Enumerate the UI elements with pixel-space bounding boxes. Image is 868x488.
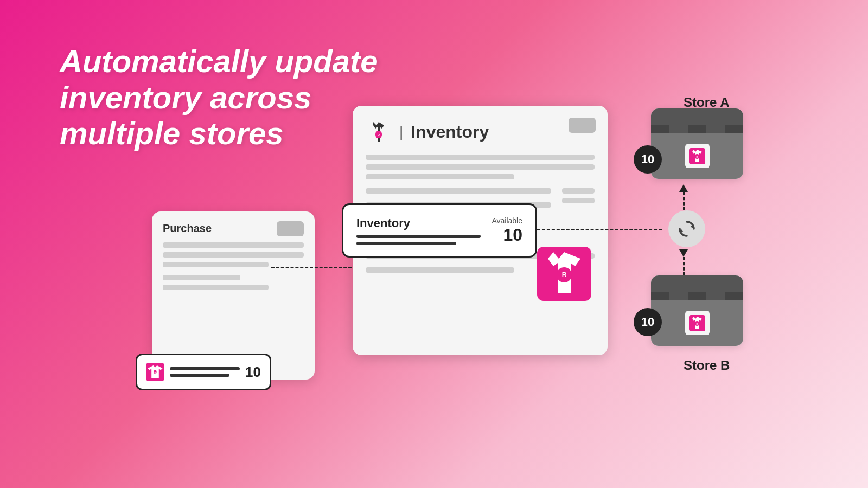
line [163,242,304,248]
store-a-front: R [651,133,743,179]
store-b-window: R [685,311,710,335]
store-a-roof [651,108,743,133]
dotted-line-purchase-to-inventory [271,267,352,268]
inventory-card-button[interactable] [569,118,596,133]
inv-tshirt-icon: R [537,247,591,303]
purchase-highlight: R 10 [136,354,271,390]
inv-hl-line [356,235,481,238]
line [163,262,269,267]
purchase-line [170,367,240,370]
store-b-label: Store B [684,358,730,373]
store-b-tshirt-icon: R [689,315,705,331]
store-a-card: R [651,108,743,179]
purchase-line [170,374,229,377]
svg-text:R: R [562,271,567,279]
inv-line [366,267,514,273]
inv-side-line [562,198,595,203]
inventory-highlight: Inventory Available 10 [342,203,537,258]
line [163,275,240,280]
separator: | [399,123,403,140]
headline-line1: Automatically update inventory across [60,43,378,115]
store-b-roof [651,275,743,300]
purchase-card-lines [163,242,304,267]
inv-line [366,155,595,160]
inventory-card-title: Inventory [411,122,489,142]
available-label: Available [492,216,522,225]
svg-text:R: R [697,323,698,325]
line [163,285,269,290]
tshirt-icon: R [146,363,164,381]
svg-text:R: R [154,371,156,374]
sync-icon-circle [668,210,705,247]
arrow-down-store-b [679,249,688,257]
purchase-lines [170,367,240,377]
store-a-tshirt-icon: R [689,148,705,164]
svg-text:R: R [697,156,698,158]
headline: Automatically update inventory across mu… [60,43,396,152]
line [163,252,304,258]
store-b-badge-number: 10 [641,315,654,329]
inventory-card-header: R | Inventory [366,119,595,145]
inv-highlight-lines [356,235,481,245]
store-a-window: R [685,144,710,168]
store-a-awning [651,125,743,133]
headline-line2: multiple stores [60,115,284,151]
purchase-quantity: 10 [245,364,261,381]
app-logo-icon: R [366,119,392,145]
inv-line [366,174,514,179]
purchase-card-lines2 [163,275,304,290]
dotted-line-inv-to-sync [537,229,662,230]
arrow-up-store-a [679,184,688,192]
store-b-awning [651,292,743,300]
available-number: 10 [492,225,522,245]
inv-lines-1 [366,155,595,179]
store-b-front: R [651,300,743,346]
inv-line [366,188,551,194]
inv-hl-line [356,242,456,245]
inv-side-line [562,188,595,194]
inv-highlight-available: Available 10 [492,216,522,245]
inv-highlight-title: Inventory [356,216,481,230]
store-a-label: Store A [684,95,729,110]
dotted-line-v-store-a [683,192,685,210]
store-a-badge: 10 [634,145,662,174]
store-b-card: R [651,275,743,346]
sync-icon [676,219,697,239]
store-a-badge-number: 10 [641,152,654,166]
inv-line [366,164,595,170]
purchase-card-button[interactable] [277,221,304,236]
dotted-line-v-store-b [683,257,685,275]
svg-text:R: R [378,133,380,137]
inv-highlight-content: Inventory [356,216,481,245]
store-b-badge: 10 [634,308,662,336]
